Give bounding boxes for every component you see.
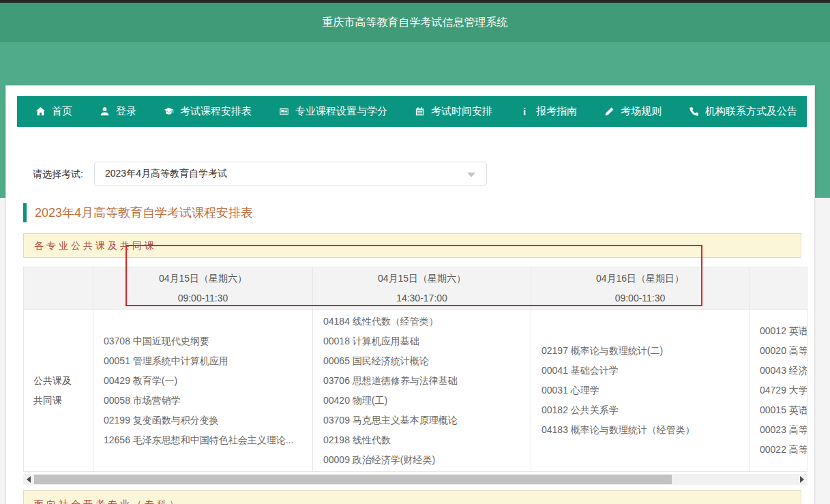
nav-item-label: 专业课程设置与学分 [295,105,387,118]
course-item: 04183 概率论与数理统计（经管类） [531,420,749,440]
nav-item-label: 考试时间安排 [431,105,492,118]
nav-item-3[interactable]: 考试课程安排表 [163,105,252,118]
course-item: 00058 市场营销学 [93,391,312,411]
courses-cell-session-4: 00012 英语00020 高等00043 经济04729 大学00015 英语… [750,310,807,471]
nav-item-label: 考试课程安排表 [180,105,252,118]
schedule-table-header-row: 04月15日（星期六）09:00-11:3004月15日（星期六）14:30-1… [24,267,807,310]
pencil-icon [604,106,614,117]
social-major-banner: 面向社会开考专业（专科） [23,490,801,504]
courses-cell-session-3: 02197 概率论与数理统计(二)00041 基础会计学00031 心理学001… [531,310,750,471]
header-cell-session-3: 04月16日（星期日）09:00-11:30 [531,267,750,310]
course-item: 00051 管理系统中计算机应用 [93,351,312,371]
phone-icon [688,106,699,117]
public-courses-banner: 各专业公共课及共同课 [23,233,801,258]
nav-item-7[interactable]: 考场规则 [604,105,662,118]
course-item: 00022 高等 [750,440,807,460]
course-item: 00041 基础会计学 [531,361,749,381]
course-item: 00023 高等 [750,420,807,440]
newspaper-icon [278,106,289,117]
course-item: 00018 计算机应用基础 [313,331,531,351]
session-time: 09:00-11:30 [93,288,312,308]
course-item: 00182 公共关系学 [531,400,749,420]
home-icon [35,106,46,117]
nav-item-6[interactable]: i报考指南 [519,105,577,118]
app-title-bar: 重庆市高等教育自学考试信息管理系统 [0,3,830,42]
info-icon: i [519,106,530,117]
course-item: 04729 大学 [750,381,807,400]
content-card: 首页登录考试课程安排表专业课程设置与学分考试时间安排i报考指南考场规则机构联系方… [5,85,815,504]
exam-select-dropdown[interactable]: 2023年4月高等教育自学考试 [94,162,487,186]
session-date: 04月15日（星期六） [313,269,531,288]
social-major-banner-text: 面向社会开考专业（专科） [24,491,801,504]
nav-item-label: 机构联系方式及公告 [705,105,797,118]
course-item: 12656 毛泽东思想和中国特色社会主义理论... [93,430,312,450]
course-item: 00015 英语 [750,400,807,420]
header-cell-session-2: 04月15日（星期六）14:30-17:00 [313,267,531,310]
course-item: 04184 线性代数（经管类） [313,312,531,331]
course-item: 03706 思想道德修养与法律基础 [313,371,531,391]
row-label-line: 公共课及 [33,371,93,391]
row-label-public-common-courses: 公共课及共同课 [24,310,93,471]
nav-item-8[interactable]: 机构联系方式及公告 [688,105,797,118]
scrollbar-thumb[interactable] [34,475,672,484]
nav-item-4[interactable]: 专业课程设置与学分 [278,105,387,118]
header-cell-session-1: 04月15日（星期六）09:00-11:30 [93,267,313,310]
user-icon [99,106,110,117]
row-label-line: 共同课 [33,391,93,411]
schedule-table-body-row: 公共课及共同课03708 中国近现代史纲要00051 管理系统中计算机应用004… [24,310,807,471]
calendar-icon [414,106,425,117]
nav-item-label: 首页 [52,105,72,118]
course-item: 00031 心理学 [531,381,749,400]
exam-select-value: 2023年4月高等教育自学考试 [105,162,227,185]
course-item: 00020 高等 [750,341,807,361]
page-title: 2023年4月高等教育自学考试课程安排表 [23,203,253,222]
main-navbar: 首页登录考试课程安排表专业课程设置与学分考试时间安排i报考指南考场规则机构联系方… [17,96,807,127]
session-date: 04月15日（星期六） [93,269,312,288]
course-item: 03708 中国近现代史纲要 [93,331,312,351]
header-cell-session-4 [750,267,807,310]
public-courses-banner-text: 各专业公共课及共同课 [24,240,157,251]
scrollbar-left-arrow-icon[interactable] [23,474,34,485]
horizontal-scrollbar[interactable] [23,474,807,485]
app-title: 重庆市高等教育自学考试信息管理系统 [323,16,508,28]
nav-item-5[interactable]: 考试时间安排 [414,105,492,118]
course-item: 02199 复变函数与积分变换 [93,411,312,430]
chevron-down-icon [467,173,475,177]
nav-item-label: 考场规则 [621,105,662,118]
schedule-table: 04月15日（星期六）09:00-11:3004月15日（星期六）14:30-1… [23,267,807,472]
session-date: 04月16日（星期日） [531,269,749,288]
nav-item-2[interactable]: 登录 [99,105,136,118]
course-item: 00429 教育学(一) [93,371,312,391]
course-item: 00065 国民经济统计概论 [313,351,531,371]
scrollbar-track[interactable] [34,475,797,484]
graduation-cap-icon [163,106,174,117]
header-corner-cell [24,267,93,310]
courses-cell-session-1: 03708 中国近现代史纲要00051 管理系统中计算机应用00429 教育学(… [93,310,313,471]
course-item: 00009 政治经济学(财经类) [313,450,531,470]
course-item: 02197 概率论与数理统计(二) [531,341,749,361]
course-item: 02198 线性代数 [313,430,531,450]
course-item: 00043 经济 [750,361,807,381]
courses-cell-session-2: 04184 线性代数（经管类）00018 计算机应用基础00065 国民经济统计… [313,310,531,471]
scrollbar-right-arrow-icon[interactable] [797,474,807,485]
nav-item-label: 报考指南 [536,105,577,118]
course-item: 03709 马克思主义基本原理概论 [313,411,531,430]
exam-select-label: 请选择考试: [33,162,83,186]
nav-item-label: 登录 [116,105,136,118]
course-item: 00420 物理(工) [313,391,531,411]
session-time: 14:30-17:00 [313,288,531,308]
course-item: 00012 英语 [750,321,807,341]
nav-item-1[interactable]: 首页 [35,105,72,118]
session-time: 09:00-11:30 [531,288,749,308]
